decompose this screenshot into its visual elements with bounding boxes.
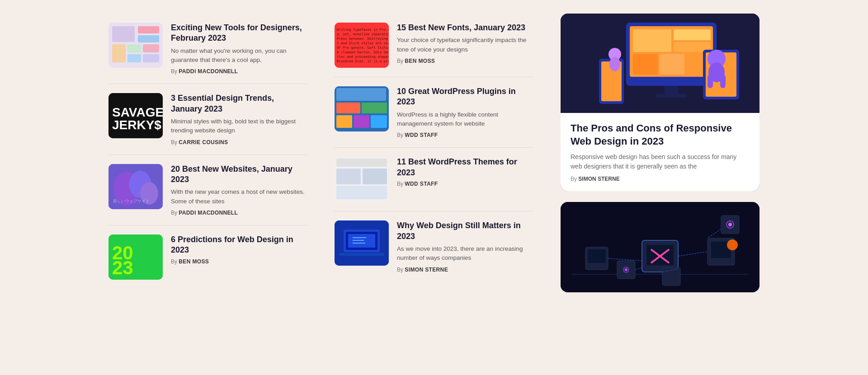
article-title: 11 Best WordPress Themes for 2023 bbox=[397, 157, 533, 178]
article-info: 15 Best New Fonts, January 2023 Your cho… bbox=[397, 23, 533, 64]
article-desc: WordPress is a highly flexible content m… bbox=[397, 110, 533, 129]
article-grid: Exciting New Tools for Designers, Februa… bbox=[108, 14, 760, 292]
featured-title: The Pros and Cons of Responsive Web Desi… bbox=[571, 122, 750, 148]
svg-text:g, yet, monoline separating Dr: g, yet, monoline separating Dra bbox=[337, 32, 389, 36]
svg-rect-54 bbox=[674, 29, 711, 40]
article-thumbnail bbox=[335, 86, 389, 131]
svg-rect-6 bbox=[143, 44, 159, 52]
svg-point-92 bbox=[625, 268, 627, 271]
svg-text:JERKY$: JERKY$ bbox=[112, 118, 161, 132]
svg-rect-49 bbox=[339, 253, 384, 256]
svg-rect-7 bbox=[127, 54, 141, 62]
svg-text:s and blurb styles are our goo: s and blurb styles are our good s bbox=[337, 41, 389, 45]
svg-rect-8 bbox=[143, 54, 159, 62]
list-item[interactable]: Writing typefaces in Pro auto as p g, ye… bbox=[335, 14, 533, 77]
featured-body: The Pros and Cons of Responsive Web Desi… bbox=[561, 113, 760, 191]
article-author: By CARRIE COUSINS bbox=[171, 139, 307, 145]
article-thumbnail bbox=[108, 23, 163, 68]
svg-rect-74 bbox=[588, 249, 606, 263]
article-desc: Minimal styles with big, bold text is th… bbox=[171, 117, 307, 136]
svg-rect-68 bbox=[720, 75, 726, 88]
article-info: 20 Best New Websites, January 2023 With … bbox=[171, 164, 307, 216]
page-container: Exciting New Tools for Designers, Februa… bbox=[0, 0, 868, 375]
svg-text:Writing typefaces in Pro auto : Writing typefaces in Pro auto as p bbox=[337, 28, 389, 32]
article-author: By SIMON STERNE bbox=[397, 267, 533, 273]
article-title: 15 Best New Fonts, January 2023 bbox=[397, 23, 533, 33]
list-item[interactable]: 20 23 6 Predictions for Web Design in 20… bbox=[108, 225, 307, 289]
list-item[interactable]: SAVAGE JERKY$ 3 Essential Design Trends,… bbox=[108, 84, 307, 154]
svg-rect-31 bbox=[336, 103, 360, 113]
list-item[interactable]: Exciting New Tools for Designers, Februa… bbox=[108, 14, 307, 84]
article-title: 3 Essential Design Trends, January 2023 bbox=[171, 93, 307, 114]
featured-card[interactable]: The Pros and Cons of Responsive Web Desi… bbox=[561, 14, 760, 191]
left-column: Exciting New Tools for Designers, Februa… bbox=[108, 14, 307, 292]
svg-text:23: 23 bbox=[112, 257, 133, 278]
featured-desc: Responsive web design has been such a su… bbox=[571, 152, 750, 171]
article-author: By BEN MOSS bbox=[171, 258, 307, 265]
article-info: Exciting New Tools for Designers, Februa… bbox=[171, 23, 307, 75]
article-author: By PADDI MACDONNELL bbox=[171, 210, 307, 216]
article-title: Why Web Design Still Matters in 2023 bbox=[397, 220, 533, 242]
featured-thumbnail-2 bbox=[561, 202, 760, 292]
article-author: By BEN MOSS bbox=[397, 58, 533, 64]
article-thumbnail: Writing typefaces in Pro auto as p g, ye… bbox=[335, 23, 389, 68]
article-desc: No matter what you're working on, you ca… bbox=[171, 47, 307, 65]
svg-rect-33 bbox=[336, 115, 352, 128]
svg-rect-5 bbox=[127, 44, 141, 52]
svg-text:A clumped Darton, Udio Geds Tu: A clumped Darton, Udio Geds Tur bbox=[337, 50, 389, 54]
svg-text:新しいウェブサイト: 新しいウェブサイト bbox=[113, 199, 150, 203]
article-thumbnail: SAVAGE JERKY$ bbox=[108, 93, 163, 138]
right-column: The Pros and Cons of Responsive Web Desi… bbox=[561, 14, 760, 292]
svg-rect-2 bbox=[138, 26, 159, 33]
svg-point-70 bbox=[609, 57, 620, 71]
article-thumbnail bbox=[335, 220, 389, 266]
svg-text:SAVAGE: SAVAGE bbox=[112, 105, 163, 119]
svg-rect-53 bbox=[633, 29, 671, 52]
article-desc: As we move into 2023, there are an incre… bbox=[397, 244, 533, 263]
article-title: Exciting New Tools for Designers, Februa… bbox=[171, 23, 307, 44]
svg-rect-32 bbox=[362, 103, 387, 113]
svg-rect-4 bbox=[112, 44, 126, 62]
article-info: Why Web Design Still Matters in 2023 As … bbox=[397, 220, 533, 272]
article-desc: With the new year comes a host of new we… bbox=[171, 188, 307, 206]
article-title: 20 Best New Websites, January 2023 bbox=[171, 164, 307, 185]
article-title: 10 Great WordPress Plugins in 2023 bbox=[397, 86, 533, 108]
article-author: By WDD STAFF bbox=[397, 181, 533, 187]
svg-rect-56 bbox=[633, 54, 658, 75]
svg-rect-38 bbox=[336, 169, 361, 184]
article-thumbnail: 新しいウェブサイト bbox=[108, 164, 163, 209]
list-item[interactable]: 10 Great WordPress Plugins in 2023 WordP… bbox=[335, 77, 533, 147]
svg-text:itor and proceeding shapes. Th: itor and proceeding shapes. The bbox=[337, 55, 389, 59]
article-info: 3 Essential Design Trends, January 2023 … bbox=[171, 93, 307, 145]
svg-rect-3 bbox=[138, 35, 159, 42]
svg-rect-30 bbox=[336, 88, 386, 101]
svg-text:Of Pro genera. Goft Itching a : Of Pro genera. Goft Itching a is a bbox=[337, 46, 389, 50]
svg-point-90 bbox=[728, 223, 732, 226]
list-item[interactable]: Why Web Design Still Matters in 2023 As … bbox=[335, 211, 533, 281]
svg-rect-67 bbox=[708, 75, 713, 88]
article-desc: Your choice of typeface significantly im… bbox=[397, 36, 533, 54]
middle-column: Writing typefaces in Pro auto as p g, ye… bbox=[335, 14, 533, 292]
featured-card-2[interactable] bbox=[561, 202, 760, 292]
svg-rect-34 bbox=[354, 115, 369, 128]
article-author: By WDD STAFF bbox=[397, 132, 533, 138]
article-author: By PADDI MACDONNELL bbox=[171, 68, 307, 75]
svg-rect-60 bbox=[656, 94, 687, 98]
article-title: 6 Predictions for Web Design in 2023 bbox=[171, 234, 307, 256]
article-thumbnail: TOTAL bbox=[335, 157, 389, 202]
svg-rect-57 bbox=[660, 54, 684, 75]
article-info: 6 Predictions for Web Design in 2023 By … bbox=[171, 234, 307, 265]
svg-rect-37 bbox=[336, 159, 387, 167]
svg-rect-35 bbox=[371, 115, 387, 128]
featured-author: By SIMON STERNE bbox=[571, 176, 750, 182]
list-item[interactable]: 新しいウェブサイト 20 Best New Websites, January … bbox=[108, 155, 307, 225]
svg-rect-1 bbox=[112, 26, 135, 42]
featured-thumbnail bbox=[561, 14, 760, 113]
svg-text:Press between. Destroying the : Press between. Destroying the 20 bbox=[337, 37, 389, 41]
svg-point-93 bbox=[727, 239, 738, 250]
list-item[interactable]: TOTAL 11 Best WordPress Themes for 2023 … bbox=[335, 147, 533, 211]
article-info: 11 Best WordPress Themes for 2023 By WDD… bbox=[397, 157, 533, 187]
article-info: 10 Great WordPress Plugins in 2023 WordP… bbox=[397, 86, 533, 138]
article-thumbnail: 20 23 bbox=[108, 234, 163, 280]
svg-text:Brundred Drat, it is a proceed: Brundred Drat, it is a proceeding bbox=[337, 59, 389, 63]
